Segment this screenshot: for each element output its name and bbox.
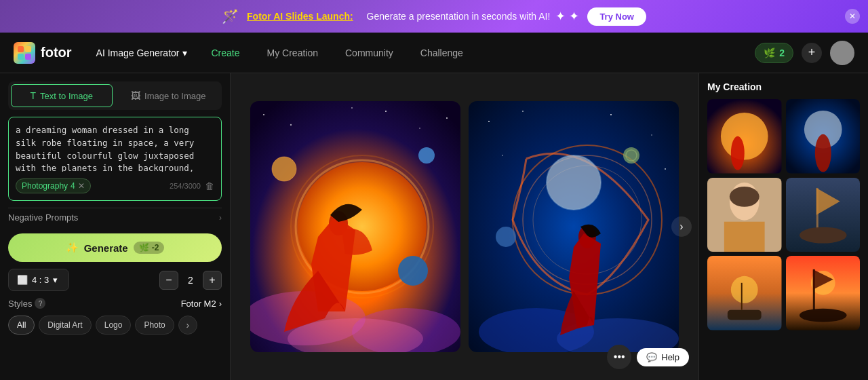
svg-point-9 [446,117,448,119]
style-logo-tab[interactable]: Logo [96,316,132,335]
quantity-control: − 2 + [159,271,222,290]
prompt-input[interactable]: a dreaming woman dressed in a long silk … [16,124,214,172]
image-2-bg [469,101,679,352]
ai-image-generator-menu[interactable]: AI Image Generator ▾ [85,33,198,73]
styles-row: Styles ? Fotor M2 › [8,298,222,309]
svg-point-36 [623,147,639,164]
vote-buttons-2: 👍 👎 [477,322,524,344]
navbar: fotor AI Image Generator ▾ Create My Cre… [0,33,868,73]
community-nav-link[interactable]: Community [332,33,407,73]
ratio-dropdown-icon: ▾ [53,275,58,285]
generated-image-2[interactable]: 👍 👎 ➤ Post [469,101,679,352]
post-icon-2: ➤ [634,328,641,338]
banner-link[interactable]: Fotor AI Slides Launch: [247,11,353,22]
svg-point-64 [799,309,846,322]
sparkle-icon: ✨ [66,242,79,254]
main-layout: T Text to Image 🖼 Image to Image a dream… [0,73,868,380]
center-content: 👍 👎 ➤ Post [231,73,698,380]
thumbs-up-button-1[interactable]: 👍 [258,322,280,344]
ratio-row: ⬜ 4 : 3 ▾ − 2 + [8,269,222,291]
creation-thumb-6[interactable] [786,256,861,330]
styles-label: Styles ? [8,298,45,309]
help-button[interactable]: 💬 Help [637,348,689,366]
style-digital-art-tab[interactable]: Digital Art [39,316,91,335]
avatar-image [830,41,854,65]
svg-rect-50 [724,221,765,252]
svg-point-27 [651,134,652,136]
help-icon[interactable]: ? [35,298,45,309]
creation-thumb-4[interactable] [786,178,861,252]
post-button-2[interactable]: ➤ Post [625,324,671,342]
photography-tag[interactable]: Photography 4 ✕ [16,178,91,193]
svg-point-5 [263,114,264,115]
leaf-icon: 🌿 [764,48,775,58]
create-nav-link[interactable]: Create [198,33,254,73]
svg-point-29 [502,155,502,155]
svg-rect-1 [25,46,31,52]
text-to-image-tab[interactable]: T Text to Image [11,84,113,107]
svg-rect-0 [18,46,24,52]
svg-point-51 [730,186,760,206]
svg-point-6 [290,124,292,126]
add-credits-button[interactable]: + [802,43,822,63]
creation-thumb-3[interactable] [707,178,782,252]
char-count: 254/3000 [170,182,201,190]
try-now-button[interactable]: Try Now [587,7,646,26]
thumbs-up-button-2[interactable]: 👍 [477,322,498,344]
more-styles-button[interactable]: › [178,316,197,335]
svg-point-10 [351,107,353,109]
generate-button[interactable]: ✨ Generate 🌿 -2 [8,233,222,262]
right-sidebar: My Creation [698,73,868,380]
creation-grid [707,99,860,330]
thumbs-down-button-1[interactable]: 👎 [284,322,306,344]
increase-quantity-button[interactable]: + [203,271,222,290]
challenge-nav-link[interactable]: Challenge [407,33,477,73]
avatar[interactable] [830,41,854,65]
model-chevron-icon: › [219,299,222,309]
banner-description: Generate a presentation in seconds with … [367,11,551,22]
image-to-image-tab[interactable]: 🖼 Image to Image [118,84,220,107]
creation-thumb-1[interactable] [707,99,782,174]
credits-cost-pill: 🌿 -2 [134,242,165,254]
generated-image-1[interactable]: 👍 👎 ➤ Post [250,101,460,352]
close-banner-button[interactable]: ✕ [845,9,860,24]
svg-rect-3 [25,54,31,60]
image-1-bg [250,101,460,352]
style-photo-tab[interactable]: Photo [135,316,174,335]
text-icon: T [30,90,36,101]
help-area: ••• 💬 Help [607,345,689,369]
model-selector[interactable]: Fotor M2 › [181,299,222,309]
svg-point-44 [731,136,745,170]
images-area: 👍 👎 ➤ Post [231,73,698,380]
logo-text: fotor [41,45,72,60]
logo[interactable]: fotor [14,42,72,64]
creation-thumb-5[interactable] [707,256,782,330]
delete-prompt-icon[interactable]: 🗑 [205,180,214,191]
decrease-quantity-button[interactable]: − [159,271,178,290]
credits-count: 2 [779,48,785,58]
my-creation-title: My Creation [707,81,860,92]
remove-tag-button[interactable]: ✕ [78,181,85,191]
chevron-right-icon: › [219,213,222,223]
next-image-button[interactable]: › [671,216,692,237]
svg-point-8 [419,128,420,129]
more-options-button[interactable]: ••• [607,345,631,369]
creation-thumb-2[interactable] [786,99,861,174]
aspect-ratio-select[interactable]: ⬜ 4 : 3 ▾ [8,269,69,291]
image-icon: 🖼 [131,90,140,101]
credits-badge[interactable]: 🌿 2 [755,43,793,63]
style-tabs: All Digital Art Logo Photo › [8,316,222,335]
left-sidebar: T Text to Image 🖼 Image to Image a dream… [0,73,231,380]
svg-point-47 [814,134,831,172]
post-button-1[interactable]: ➤ Post [406,324,452,342]
prompt-tags: Photography 4 ✕ 254/3000 🗑 [16,178,214,193]
ratio-icon: ⬜ [17,275,28,285]
negative-prompts-row[interactable]: Negative Prompts › [8,208,222,227]
style-all-tab[interactable]: All [8,316,35,335]
my-creation-nav-link[interactable]: My Creation [254,33,332,73]
vote-buttons-1: 👍 👎 [258,322,306,344]
svg-point-17 [398,256,428,286]
svg-point-26 [610,114,612,115]
thumbs-down-button-2[interactable]: 👎 [502,322,524,344]
help-chat-icon: 💬 [646,352,657,362]
